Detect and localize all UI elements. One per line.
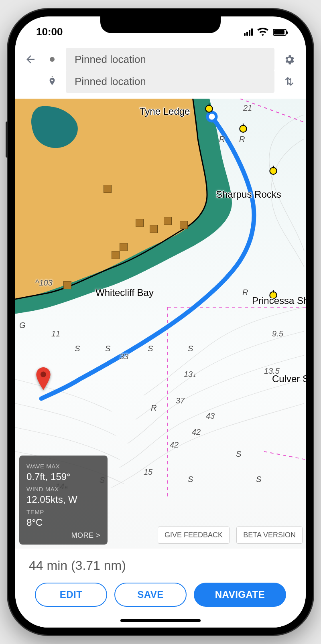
map-marker-square xyxy=(164,217,172,225)
arrow-left-icon xyxy=(24,53,37,65)
map-marker-square xyxy=(180,221,188,229)
place-label-tyne-ledge: Tyne Ledge xyxy=(140,106,190,117)
buoy-icon xyxy=(238,123,248,133)
phone-frame: 10:00 Pinned location xyxy=(8,9,313,635)
back-button[interactable] xyxy=(22,53,39,65)
place-label-princessa: Princessa Sh xyxy=(252,295,306,306)
screen: 10:00 Pinned location xyxy=(15,16,306,628)
wave-max-value: 0.7ft, 159° xyxy=(26,471,100,482)
depth-label: 13.5 xyxy=(264,367,280,376)
svg-point-0 xyxy=(50,57,55,62)
cellular-icon xyxy=(244,28,253,36)
edit-button[interactable]: EDIT xyxy=(35,583,107,607)
depth-label: 11 xyxy=(51,329,60,338)
seabed-letter: S xyxy=(105,344,110,353)
home-indicator xyxy=(120,619,201,622)
route-header: Pinned location ⋮ Pinned location xyxy=(15,41,306,99)
give-feedback-button[interactable]: GIVE FEEDBACK xyxy=(158,527,230,544)
nautical-chart-map[interactable]: Tyne Ledge Sharpus Rocks Whitecliff Bay … xyxy=(15,99,306,549)
swap-button[interactable] xyxy=(280,75,299,87)
place-label-sharpus: Sharpus Rocks xyxy=(216,189,281,200)
weather-panel[interactable]: WAVE MAX 0.7ft, 159° WIND MAX 12.05kts, … xyxy=(19,456,108,545)
seabed-letter: G xyxy=(19,321,26,330)
seabed-letter: S xyxy=(188,475,193,484)
buoy-icon xyxy=(268,165,278,175)
svg-point-3 xyxy=(205,105,212,112)
svg-point-5 xyxy=(270,168,276,174)
save-button[interactable]: SAVE xyxy=(114,583,187,607)
wind-max-value: 12.05kts, W xyxy=(26,494,100,505)
swap-vertical-icon xyxy=(283,75,295,87)
origin-dot-icon xyxy=(44,56,60,63)
spot-height: ^103 xyxy=(35,278,53,288)
seabed-letter: S xyxy=(75,344,80,353)
depth-label: 9.5 xyxy=(272,329,283,338)
seabed-letter: S xyxy=(148,344,153,353)
depth-label: 37 xyxy=(176,396,185,405)
depth-label: 15 xyxy=(144,468,152,477)
map-marker-square xyxy=(104,185,112,193)
status-time: 10:00 xyxy=(36,26,63,38)
seabed-letter: R xyxy=(242,288,248,297)
destination-input[interactable]: Pinned location xyxy=(66,70,274,93)
depth-label: 13₁ xyxy=(184,369,196,379)
depth-label: 43 xyxy=(206,411,215,421)
seabed-letter: R xyxy=(219,135,225,144)
map-marker-square xyxy=(150,225,158,233)
seabed-letter: S xyxy=(236,450,241,459)
buoy-icon xyxy=(204,103,214,113)
battery-icon xyxy=(273,29,286,36)
destination-pin[interactable] xyxy=(35,367,52,391)
gear-icon xyxy=(283,53,295,65)
destination-pin-icon xyxy=(44,76,60,87)
seabed-letter: S xyxy=(188,344,193,353)
depth-label: 33 xyxy=(120,352,128,361)
notch xyxy=(100,16,221,33)
temp-label: TEMP xyxy=(26,508,100,515)
depth-label: 42 xyxy=(192,427,201,437)
weather-more-button[interactable]: MORE > xyxy=(26,531,100,540)
svg-point-7 xyxy=(41,372,46,377)
bottom-panel: 44 min (3.71 nm) EDIT SAVE NAVIGATE xyxy=(15,549,306,628)
origin-input-text: Pinned location xyxy=(75,53,146,66)
map-marker-square xyxy=(112,251,120,259)
depth-label: 21 xyxy=(243,103,252,113)
seabed-letter: S xyxy=(256,475,261,484)
svg-point-4 xyxy=(240,126,246,132)
beta-version-badge: BETA VERSION xyxy=(236,527,303,544)
map-marker-square xyxy=(120,243,128,251)
wind-max-label: WIND MAX xyxy=(26,486,100,492)
wave-max-label: WAVE MAX xyxy=(26,463,100,470)
map-marker-square xyxy=(63,281,71,289)
status-right xyxy=(244,26,286,38)
destination-input-text: Pinned location xyxy=(75,75,146,88)
settings-button[interactable] xyxy=(280,53,299,65)
seabed-letter: R xyxy=(239,135,245,144)
seabed-letter: R xyxy=(151,403,156,413)
origin-input[interactable]: Pinned location xyxy=(66,48,274,71)
temp-value: 8°C xyxy=(26,517,100,528)
depth-label: 42 xyxy=(170,440,179,450)
wifi-icon xyxy=(257,26,269,38)
navigate-button[interactable]: NAVIGATE xyxy=(194,583,286,607)
map-marker-square xyxy=(136,219,144,227)
route-summary: 44 min (3.71 nm) xyxy=(29,558,296,573)
place-label-whitecliff: Whitecliff Bay xyxy=(95,287,154,298)
